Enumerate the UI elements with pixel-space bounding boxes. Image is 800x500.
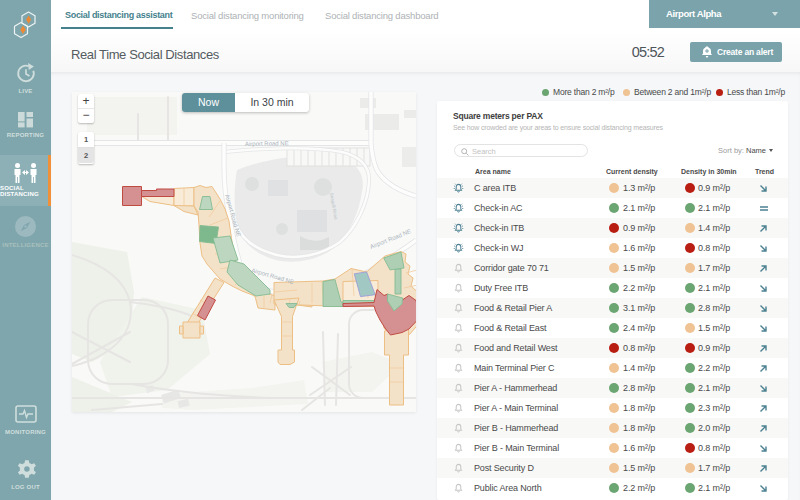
svg-text:Airport Road NE: Airport Road NE <box>245 140 289 147</box>
